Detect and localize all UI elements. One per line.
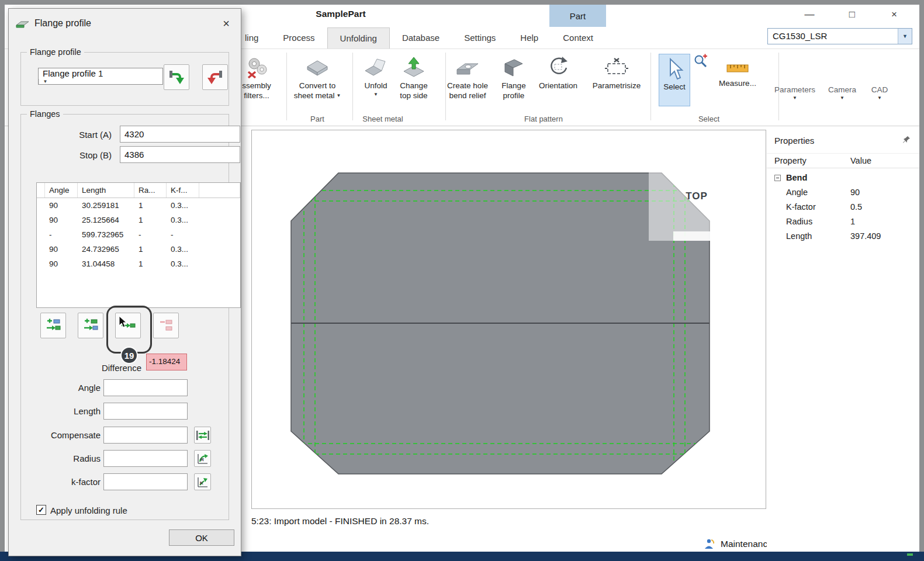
angle-label: Angle: [27, 383, 101, 393]
group-separator: [286, 53, 287, 120]
document-title: SamplePart: [282, 9, 399, 19]
tab-database[interactable]: Database: [390, 27, 452, 49]
view-cube-overlay[interactable]: [649, 164, 720, 241]
assembly-filters-label2: filters...: [244, 91, 269, 101]
flange-profile-button[interactable]: Flange profile: [494, 54, 533, 101]
radius-options-button[interactable]: R: [194, 450, 211, 467]
cell-angle: -: [45, 227, 78, 242]
dropdown-arrow-icon: ▼: [840, 95, 845, 101]
dialog-close-button[interactable]: ×: [217, 15, 236, 32]
property-value: 397.409: [850, 231, 881, 241]
orientation-button[interactable]: Orientation: [534, 54, 583, 91]
tab-unfolding[interactable]: Unfolding: [327, 27, 390, 49]
apply-unfolding-rule-checkbox[interactable]: ✓: [36, 505, 46, 515]
parametrisize-icon: [605, 57, 628, 78]
cell-length: 31.04458: [78, 257, 134, 271]
tab-settings[interactable]: Settings: [452, 27, 508, 49]
tab-process[interactable]: Process: [271, 27, 327, 49]
group-label-part: Part: [294, 115, 341, 123]
property-name: Angle: [786, 188, 808, 197]
start-a-input[interactable]: [120, 126, 240, 143]
add-flange-after-icon: [83, 318, 98, 333]
kfactor-input[interactable]: [103, 473, 188, 490]
cell-kfactor: -: [167, 227, 199, 242]
flange-table-row[interactable]: - 599.732965 - -: [37, 227, 240, 242]
ruler-icon: [726, 62, 749, 75]
change-top-side-label: Change top side: [395, 81, 432, 101]
ribbon-tabs: ling Process Unfolding Database Settings…: [233, 27, 605, 49]
create-hole-bend-relief-button[interactable]: Create hole bend relief: [442, 54, 493, 101]
measure-button[interactable]: Measure...: [714, 58, 761, 88]
orientation-label: Orientation: [539, 81, 577, 91]
select-tool-button[interactable]: Select: [659, 54, 690, 106]
kfactor-options-button[interactable]: K: [194, 473, 211, 490]
dialog-title: Flange profile: [34, 18, 91, 29]
cell-angle: 90: [45, 213, 78, 227]
cell-length: 30.259181: [78, 198, 134, 213]
collapse-icon[interactable]: [774, 175, 781, 181]
row-marker-column: [37, 183, 45, 198]
flange-table-row[interactable]: 90 31.04458 1 0.3...: [37, 257, 240, 271]
length-input[interactable]: [103, 403, 188, 420]
zoom-select-icon[interactable]: [693, 54, 708, 69]
angle-column-header: Angle: [45, 183, 78, 198]
stop-b-input[interactable]: [120, 146, 240, 163]
cell-kfactor: 0.3...: [167, 198, 199, 213]
remove-flange-row-button[interactable]: [153, 313, 179, 338]
kfactor-rule-icon: K: [197, 476, 209, 488]
camera-dropdown[interactable]: Camera ▼: [823, 85, 861, 101]
flange-profile-combo[interactable]: Flange profile 1 ▼: [38, 68, 163, 85]
remove-flange-profile-button[interactable]: [202, 64, 228, 90]
add-flange-after-button[interactable]: [78, 313, 103, 338]
difference-label: Difference: [77, 363, 141, 373]
machine-selector-combo[interactable]: CG1530_LSR ▼: [767, 28, 912, 44]
flanges-table[interactable]: Angle Length Ra... K-f... 90 30.259181 1…: [36, 182, 241, 308]
parametrisize-button[interactable]: Parametrisize: [586, 54, 647, 91]
cell-kfactor: 0.3...: [167, 242, 199, 257]
minimize-button[interactable]: —: [800, 7, 819, 22]
group-label-select: Select: [686, 115, 732, 123]
flange-table-row[interactable]: 90 24.732965 1 0.3...: [37, 242, 240, 257]
flange-table-row[interactable]: 90 30.259181 1 0.3...: [37, 198, 240, 213]
close-button[interactable]: ×: [884, 7, 904, 22]
chevron-down-icon[interactable]: ▼: [898, 29, 912, 44]
assembly-filters-icon: [245, 56, 268, 79]
cell-length: 599.732965: [78, 227, 134, 242]
remove-flange-row-icon: [158, 318, 174, 333]
pin-icon[interactable]: [902, 136, 911, 144]
parameters-dropdown[interactable]: Parameters ▼: [772, 85, 818, 101]
part-tab[interactable]: Part: [549, 5, 606, 27]
angle-input[interactable]: [103, 379, 188, 396]
dropdown-arrow-icon: ▼: [793, 95, 797, 101]
machine-selector-value: CG1530_LSR: [768, 29, 898, 44]
length-label: Length: [27, 406, 101, 416]
add-flange-before-button[interactable]: [40, 313, 66, 338]
radius-rule-icon: R: [197, 453, 209, 465]
cursor-icon: [665, 57, 684, 82]
compensate-options-button[interactable]: [194, 427, 211, 444]
convert-to-sheet-metal-button[interactable]: Convert to sheet metal▼: [290, 54, 344, 101]
tab-context[interactable]: Context: [551, 27, 605, 49]
dropdown-arrow-icon: ▼: [877, 95, 882, 101]
bend-relief-icon: [456, 57, 479, 78]
compensate-input[interactable]: [103, 427, 188, 444]
add-flange-profile-button[interactable]: [164, 64, 189, 90]
status-indicator: [907, 553, 913, 556]
cad-label: CAD: [871, 85, 888, 94]
step-badge: 19: [120, 347, 138, 364]
cell-kfactor: 0.3...: [167, 257, 199, 271]
maximize-button[interactable]: □: [842, 7, 862, 22]
flange-table-row[interactable]: 90 25.125664 1 0.3...: [37, 213, 240, 227]
sheet-metal-slab-icon: [306, 57, 329, 78]
cad-dropdown[interactable]: CAD ▼: [864, 85, 895, 101]
property-row: Radius 1: [767, 214, 919, 229]
property-value: 0.5: [850, 202, 862, 212]
measure-label: Measure...: [719, 78, 756, 88]
view-orientation-label[interactable]: TOP: [678, 191, 715, 202]
ok-button[interactable]: OK: [169, 529, 234, 546]
radius-input[interactable]: [103, 450, 188, 467]
unfold-button[interactable]: Unfold ▼: [357, 54, 394, 98]
change-top-side-button[interactable]: Change top side: [395, 54, 432, 101]
assembly-filters-label: ssembly: [242, 81, 271, 91]
tab-help[interactable]: Help: [508, 27, 551, 49]
